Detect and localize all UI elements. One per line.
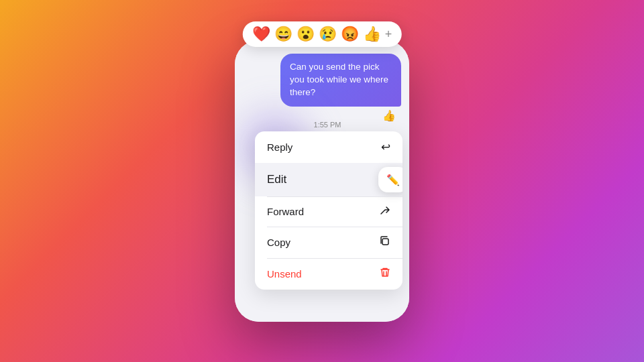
edit-badge: ✏️ (378, 167, 402, 192)
emoji-heart[interactable]: ❤️ (252, 27, 270, 42)
phone-frame: ❤️ 😄 😮 😢 😡 👍 + Can you send the pick you… (235, 40, 409, 322)
emoji-wow[interactable]: 😮 (297, 27, 315, 42)
svg-rect-0 (382, 239, 388, 245)
menu-item-edit[interactable]: Edit ✏️ (255, 163, 402, 196)
reaction-add-button[interactable]: + (385, 27, 392, 42)
forward-label: Forward (267, 206, 304, 217)
unsend-label: Unsend (267, 268, 302, 280)
forward-icon (380, 205, 390, 218)
reply-icon: ↩ (381, 140, 390, 154)
edit-icon: ✏️ (386, 174, 400, 186)
message-bubble: Can you send the pick you took while we … (280, 54, 401, 107)
menu-item-unsend[interactable]: Unsend (255, 258, 402, 290)
menu-item-copy[interactable]: Copy (255, 227, 402, 258)
menu-item-forward[interactable]: Forward (255, 196, 402, 227)
emoji-thumbsup[interactable]: 👍 (363, 27, 381, 42)
copy-icon (379, 235, 390, 249)
reply-label: Reply (267, 141, 292, 153)
emoji-laugh[interactable]: 😄 (274, 27, 292, 42)
reaction-bar[interactable]: ❤️ 😄 😮 😢 😡 👍 + (243, 21, 402, 47)
edit-label: Edit (267, 173, 286, 186)
message-reaction[interactable]: 👍 (382, 109, 396, 122)
context-menu: Reply ↩ Edit ✏️ Forward (255, 131, 402, 290)
copy-label: Copy (267, 237, 290, 248)
context-menu-wrapper: 1:55 PM Reply ↩ Edit ✏️ Forward (255, 121, 402, 290)
phone-inner: Can you send the pick you took while we … (235, 40, 409, 322)
menu-item-reply[interactable]: Reply ↩ (255, 131, 402, 163)
emoji-cry[interactable]: 😢 (319, 27, 337, 42)
trash-icon (380, 267, 390, 281)
emoji-angry[interactable]: 😡 (341, 27, 359, 42)
message-timestamp: 1:55 PM (255, 121, 400, 129)
